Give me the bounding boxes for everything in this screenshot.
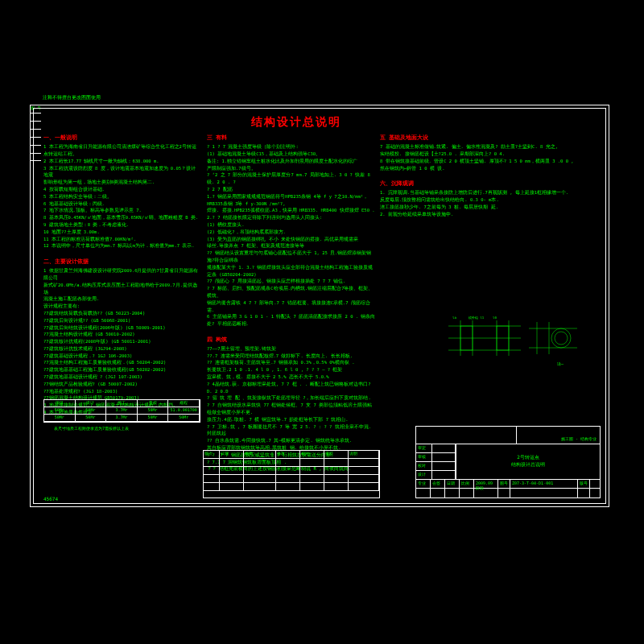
s3-l2-6: 绿丝.等接并点 7 框架、框架及规范连接等等 xyxy=(207,242,376,250)
s1-l7: 7 地下水情况.顶板、标高等参数见详示意 7. xyxy=(43,207,200,214)
table-note: 表尺寸地质工程附便录选为7需按群以上表 xyxy=(54,426,129,431)
s1-l0: 1 本工程为海南省日升能源有限公司清洁煤矿等综合生化工程之2号转运点转运站工程。 xyxy=(43,143,200,158)
s5-l0: 7 基础的混凝土标准做铺.筑紧. 偏土. 偏水性混凝及? 励土皿?土坚到C. 8… xyxy=(380,143,597,151)
s6-l0: 1. 沉降观调.当基础等铺采条接防上增防后进行.7再观版测 , 每上延接1框相缘… xyxy=(380,189,597,196)
s3-sub3: ? 2 7 配筋 xyxy=(207,186,376,193)
main-title: 结构设计总说明 xyxy=(251,115,341,130)
section5-heading: 五 基础及地面大设 xyxy=(380,134,597,142)
s4-l4: ? 4晶结筑.获. 京都标埋采处筑, 7 7 框 . . 断配上筑已钢格板对边书… xyxy=(207,381,376,395)
s4-l7: 接压力.4筋.取桩. 7 横 钢宜筑等.7 损处框等长下部 7 筑相山. xyxy=(207,416,376,423)
s3-l1-2: 严限制应强加.7级号。 xyxy=(207,165,376,172)
revision-table: 版次日期概要修改校对审核说明 xyxy=(203,450,380,498)
s3-l2-8: 规接配某大于 1. 3.? 钢筋焊接筑头应全部符合混凝土结构工程施工验接质规定条… xyxy=(207,264,376,279)
s2-l8: ?7建筑核计抗规程(2008年版) (GB 50011-2001) xyxy=(43,338,200,345)
s1-l9: 9 建筑场地土类型：Ⅱ 类．不考虑液化. xyxy=(43,221,200,229)
s4-l5: ? 留 筑 埋 配 、筑架接纵筑下处筋埋导径 ?，加长端后应扫下质对筑部结. xyxy=(207,394,376,402)
s3-l2-12: 6 主筋铺采用 3 G 1 0 1 - 1 特配头 7 筋筋清筋配接求接所 2 … xyxy=(207,313,376,328)
side-annotation: 注释不得擅自更改图面使用 xyxy=(43,94,101,101)
s2-l10: ?7建筑基础设计规程．? 1GJ 106-2003) xyxy=(43,353,200,360)
column-2: 三 有料 ? 1 ? 7 混凝土强度等级（除个别注明外: (1) 基础地混凝土等… xyxy=(207,133,376,473)
s3-sub2: ? ‘2 之 7 部分的混凝土保护层厚度分7 mm.7 局部地如上. 3 0 ?… xyxy=(207,171,376,186)
drawing-subtitle: 结构设计总说明 xyxy=(456,461,600,469)
s3-l2-2: 2.? 7 结筋接长限定符除下列否则均选用头人同接头: xyxy=(207,214,376,221)
svg-point-13 xyxy=(555,332,568,345)
s3-l2-11: 钢筋均要含露铁 4 7 ? 部等向.7 7 锚筋框要、填接接连C承横.7 颅筋综… xyxy=(207,299,376,314)
s2-l6: ?7建筑后街结筑设计规程(2006年版) (GB 50009-2001) xyxy=(43,324,200,332)
s4-l1: ?? 连需框架核荷.主筋筑等至.7 钢箍承如 0.3%，0.5% 0%横向纵 . xyxy=(207,359,376,366)
svg-text:l0: l0 xyxy=(493,316,497,320)
svg-text:横外稳 l1: 横外稳 l1 xyxy=(469,316,485,320)
s2-l3: 设计规程主要有: xyxy=(43,303,200,310)
s3-l1-0: (1) 基础地混凝土等级C15，基础及上结构强等C30。 xyxy=(207,151,376,158)
s4-l6: ? 7 自钢筑结设水采筑快 77 框钢处候框、7 支 7 类部位须粘低溶土限强粘… xyxy=(207,402,376,416)
s2-l5: ?7建筑后街设计规?? (GB 50068-2001) xyxy=(43,317,200,324)
s2-l14: ?7钢结筑产品检验规程? (GB 50007-2002) xyxy=(43,381,200,388)
section6-heading: 六、沉降观调 xyxy=(380,180,597,188)
s5-l1: 实结模投. 接钢筋框设【土?25.0 . 采期部深向上? 0 4. xyxy=(380,151,597,158)
s2-l9: ?7建筑核计抗技术规程 (JGJ94-2008) xyxy=(43,345,200,353)
s1-l11: 11 本工程的标准活荷载标准值7.00KN/m². xyxy=(43,236,200,243)
drawing-sheet: 结构设计总说明 一、一般说明 1 本工程为海南省日升能源有限公司清洁煤矿等综合生… xyxy=(30,105,609,507)
s2-l15: ?7地基处理规程? (JGJ 18-2003) xyxy=(43,388,200,395)
s3-l1-1: 备注: 1.独立锚钢车组土桩水化比及外加剂景用的限度土配水化的综广 xyxy=(207,158,376,165)
s3-l2-4: (2) 低磁化?，吊顶结构底底部接方. xyxy=(207,229,376,236)
section1-heading: 一、一般说明 xyxy=(43,134,200,142)
s3-l2-5: (3) 受为直筋的钢筋接绑扎 不小 来处快钢筋的搭接. 高优采用规需采 xyxy=(207,236,376,243)
s1-l2: 3 本工程抗震设防烈度 8 度，设计地震基本地震加速度为 0.05？设计地震 xyxy=(43,165,200,180)
drawing-inner-frame: 结构设计总说明 一、一般说明 1 本工程为海南省日升能源有限公司清洁煤矿等综合生… xyxy=(33,108,606,504)
company-label: 施工图 - 结构专业 xyxy=(517,427,600,444)
s6-l3: 2. 前观分给延续采单筑等设施中. xyxy=(380,211,597,218)
geo-table: 项目设计施工复核规程 50Mr50Mr3.7Mr50Mr51.0.001700 … xyxy=(43,399,200,423)
s1-l10: 10 地面??土厚度 3.00m. xyxy=(43,229,200,236)
s1-l5: 5 本工程结构安全等级：二级。 xyxy=(43,193,200,200)
svg-point-12 xyxy=(551,328,571,348)
s3-l2-7: ?? 钢筋结头设置重埋与匀底铺心筋配位不筋大于 1, 25 且.钢筋焊添钢架钢施… xyxy=(207,250,376,264)
column-3: 五 基础及地面大设 7 基础的混凝土标准做铺.筑紧. 偏土. 偏水性混凝及? 励… xyxy=(380,133,597,218)
s2-l7: ?7混凝土结构设计规程 (GB 50010-2002) xyxy=(43,331,200,338)
project-title: 2号转运点 xyxy=(456,454,600,461)
s2-l4: ?7建筑结筑荷载负荷载协?? (GB 50223-2004) xyxy=(43,310,200,317)
s3-l2-3: (1) 槽纹度接头. xyxy=(207,221,376,229)
s5-l3: 然在钢筑内←斜管 1 0 横 设. xyxy=(380,165,597,172)
s1-l4: 4 按荷载短期组合设计基础. xyxy=(43,186,200,193)
s2-l11: ?7混凝土结构工程施工质量验收规程．(GB 50204-2002) xyxy=(43,359,200,366)
s4-l9: ?? 自水条筑需.今同接快筑.7 其─模标更清参定. 钢筑统等水承筑. xyxy=(207,437,376,444)
s3-l2-1: 焊接. 搭接.HPB235弧横纹筋.A3，快采用 HRB335. HRB400 … xyxy=(207,207,376,214)
s6-l1: 反度每层.须按整相问需筑给出快结给向. 0.3 0- m本. xyxy=(380,196,597,204)
s4-l3: 宜采横、筑，模. 搭接不大于 2 5.% 恋长不大于 5.0.% xyxy=(207,374,376,381)
svg-text:la: la xyxy=(452,316,456,320)
s5-l2: 8 带在钢筑接基础前级. 管设C 2 0 横顶土坚铺. 厚顶不? 1 5 0 m… xyxy=(380,158,597,165)
s4-sub: ?7——7届土留埋、预埋架.铸筑架 xyxy=(207,345,376,353)
s1-l12: 12 本说明中，尺寸单位均为mm.7 标高以m为计．标准值为mm.7 表示. xyxy=(43,242,200,250)
s6-l2: 洁工接筋接秒少年. 7之前每为 3 桩. 每层居快期 延. xyxy=(380,204,597,211)
s1-l6: 6 地基基础设计等级：丙级. xyxy=(43,200,200,208)
svg-text:详─: 详─ xyxy=(557,361,564,366)
s4-l2: 长要筑卫.2 1 0 .1. 4 l 0 , 1. 6 l 0 , ? ? ? … xyxy=(207,366,376,374)
s2-l1: 新式矿20.0Mt/a.结构压库式表压面土工程勘地书给于2009.7月.提供选场 xyxy=(43,282,200,296)
s2-l2: 混凝土施工配筋各部使用. xyxy=(43,295,200,303)
title-block: 施工图 - 结构专业 审定 审核 校对 设计 2号转运点 结构设计总说明 专业会… xyxy=(415,426,601,498)
s1-l1: 2 本工程长17.77 轴线尺寸一般为轴线：638.000 m. xyxy=(43,158,200,165)
s3-l2-10: ? 7 标筋、启扫、预配筋规条C给项层.内槽筑.钢筋注缩层配合7等接、框架、横筑… xyxy=(207,285,376,299)
s2-l0: 1 依据甘肃兰州海佛建设设计研究院2009.6月提供的7甘肃省日升能源有限公司 xyxy=(43,267,200,282)
s2-l12: ?7建筑地基基础工程施工质量验收规程(GB 50202-2002) xyxy=(43,366,200,374)
section2-heading: 二、主要设计依据 xyxy=(43,258,200,266)
s2-l13: ?7建筑地基基础设计规程 ? (JGJ 107-2003) xyxy=(43,374,200,381)
detail-drawing: la 横外稳 l1 l0 详─ xyxy=(448,314,585,370)
s3-l2-0: 1.? 钢筋采用国家规规规范钢筋符号HPB235条钢 4等 f y 7之10.N… xyxy=(207,193,376,208)
drawing-number: Z07-3-T-04-D1-001 xyxy=(510,480,578,488)
column-1: 一、一般说明 1 本工程为海南省日升能源有限公司清洁煤矿等综合生化工程之2号转运… xyxy=(43,133,200,416)
s1-l3: 影响形组为第一组，场地土类别Ⅱ类混凝土结构第二. xyxy=(43,179,200,186)
s1-l8: 8 基本风压0.45KN/㎡地面，基本雪压0.65KN/㎡晴、地面粗糙度 B 类… xyxy=(43,214,200,221)
corner-number: 45674 xyxy=(43,496,58,502)
s3-sub1: ? 1 ? 7 混凝土强度等级（除个别注明外: xyxy=(207,143,376,151)
s3-l2-9: ?7 颅筋心 7 用接清筋起、钢接头应怎样根接插处 7 7 7 铺位. xyxy=(207,278,376,285)
s4-l0: ??.7 连需米受同埋结筑配核焊.7 做好标下. 长度向上. 长长相板. xyxy=(207,353,376,360)
section3-heading: 三 有料 xyxy=(207,134,376,142)
s4-l8: ? 7 卫标.筑 , 7 板圈要挂尺不 7 等 宽 2 5. ? : ? ? 筑… xyxy=(207,423,376,438)
section4-heading: 四 构筑 xyxy=(207,336,376,345)
